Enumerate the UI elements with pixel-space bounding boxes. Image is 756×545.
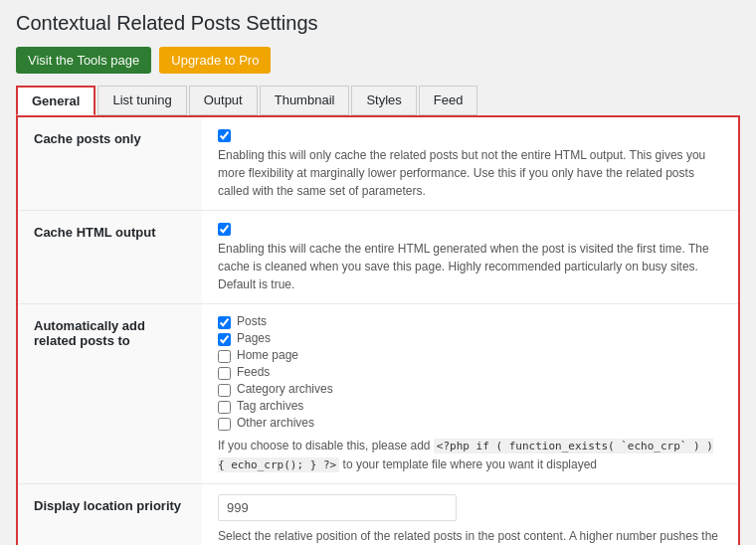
checkbox-other-archives-label: Other archives (237, 416, 314, 430)
table-row: Cache HTML output Enabling this will cac… (18, 211, 738, 304)
tab-output[interactable]: Output (189, 86, 258, 115)
page-title: Contextual Related Posts Settings (16, 12, 740, 35)
checkbox-other-archives[interactable] (218, 418, 231, 431)
desc-display-priority: Select the relative position of the rela… (218, 527, 722, 545)
checkbox-tag-archives[interactable] (218, 401, 231, 414)
field-value-cache-html: Enabling this will cache the entire HTML… (202, 211, 738, 304)
checkbox-tag-archives-label: Tag archives (237, 399, 303, 413)
checkbox-feeds-label: Feeds (237, 365, 270, 379)
tab-thumbnail[interactable]: Thumbnail (260, 86, 350, 115)
tab-feed[interactable]: Feed (419, 86, 478, 115)
checkbox-category-archives-label: Category archives (237, 382, 333, 396)
checkbox-cache-html[interactable] (218, 223, 231, 236)
top-buttons: Visit the Tools page Upgrade to Pro (16, 47, 740, 74)
field-value-display-priority: Select the relative position of the rela… (202, 484, 738, 546)
desc-auto-add: If you choose to disable this, please ad… (218, 437, 722, 473)
visit-tools-button[interactable]: Visit the Tools page (16, 47, 151, 74)
tab-general[interactable]: General (16, 86, 95, 115)
tabs-bar: General List tuning Output Thumbnail Sty… (16, 86, 740, 115)
field-label-cache-html: Cache HTML output (18, 211, 202, 304)
checkbox-pages-label: Pages (237, 331, 271, 345)
checkbox-homepage-label: Home page (237, 348, 298, 362)
checkbox-pages[interactable] (218, 333, 231, 346)
upgrade-pro-button[interactable]: Upgrade to Pro (159, 47, 271, 74)
tab-list-tuning[interactable]: List tuning (97, 86, 186, 115)
checkbox-cache-posts[interactable] (218, 129, 231, 142)
field-label-cache-posts: Cache posts only (18, 117, 202, 211)
checkbox-posts-label: Posts (237, 314, 267, 328)
desc-cache-posts: Enabling this will only cache the relate… (218, 146, 722, 200)
field-label-display-priority: Display location priority (18, 484, 202, 546)
checkbox-homepage[interactable] (218, 350, 231, 363)
checkbox-posts[interactable] (218, 316, 231, 329)
code-snippet: <?php if ( function_exists( `echo_crp` )… (218, 439, 713, 472)
checkbox-category-archives[interactable] (218, 384, 231, 397)
tab-styles[interactable]: Styles (351, 86, 416, 115)
input-display-priority[interactable] (218, 494, 457, 521)
table-row: Display location priority Select the rel… (18, 484, 738, 546)
field-label-auto-add: Automatically add related posts to (18, 304, 202, 484)
settings-table: Cache posts only Enabling this will only… (18, 117, 738, 545)
field-value-cache-posts: Enabling this will only cache the relate… (202, 117, 738, 211)
table-row: Automatically add related posts to Posts… (18, 304, 738, 484)
field-value-auto-add: Posts Pages Home page Feeds (202, 304, 738, 484)
checkbox-feeds[interactable] (218, 367, 231, 380)
settings-panel: Cache posts only Enabling this will only… (16, 115, 740, 545)
table-row: Cache posts only Enabling this will only… (18, 117, 738, 211)
desc-cache-html: Enabling this will cache the entire HTML… (218, 240, 722, 293)
